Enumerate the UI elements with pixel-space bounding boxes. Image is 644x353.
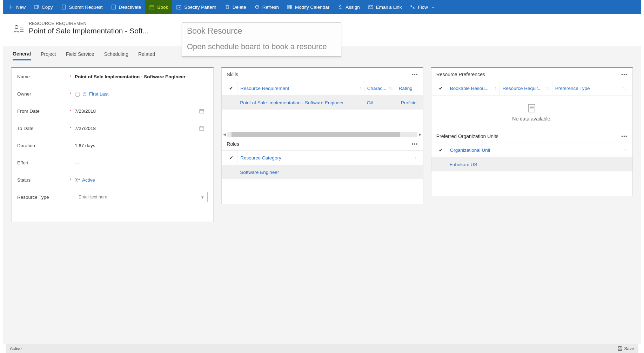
deactivate-icon (111, 5, 116, 9)
svg-rect-12 (200, 110, 204, 113)
roles-row-category[interactable]: Software Engineer (237, 170, 419, 175)
more-icon[interactable]: ••• (621, 133, 628, 139)
svg-rect-1 (62, 5, 66, 9)
trash-icon (225, 5, 230, 9)
name-value[interactable]: Point of Sale Implementation - Software … (75, 74, 186, 79)
save-icon (618, 346, 622, 351)
specify-label: Specify Pattern (184, 5, 216, 10)
calendar-icon[interactable] (199, 126, 204, 131)
check-icon[interactable]: ✔ (225, 155, 237, 161)
required-marker: * (70, 92, 75, 96)
skills-col-characteristic[interactable]: Charac...↑↓ (364, 81, 396, 95)
from-value[interactable]: 7/23/2018 (75, 109, 96, 114)
tab-related[interactable]: Related (138, 48, 155, 60)
restype-combo[interactable]: Enter text here ▾ (75, 192, 208, 202)
check-icon[interactable]: ✔ (435, 147, 447, 153)
svg-rect-13 (200, 127, 204, 130)
circle-icon: ◯ (75, 91, 80, 97)
skills-col-rating[interactable]: Rating (396, 81, 420, 95)
record-type-icon (13, 23, 25, 35)
divider (26, 346, 26, 351)
effort-value[interactable]: --- (75, 160, 80, 165)
orgu-title: Preferred Organization Units (436, 133, 498, 139)
skills-scrollbar[interactable]: ◀ ▶ (222, 131, 423, 138)
field-duration: Duration 1.67 days (17, 137, 208, 154)
duration-value[interactable]: 1.67 days (75, 143, 95, 148)
prefs-title: Resource Preferences (436, 72, 485, 77)
roles-col-category[interactable]: Resource Category↑ (237, 151, 419, 165)
more-icon[interactable]: ••• (621, 72, 628, 77)
assign-label: Assign (346, 5, 360, 10)
svg-rect-18 (619, 349, 621, 351)
orgu-grid-header: ✔ Organizational Unit↑ (431, 143, 632, 157)
plus-icon (8, 5, 13, 9)
orgu-row-unit[interactable]: Fabrikam US (447, 162, 480, 167)
prefs-col-resource[interactable]: Bookable Resou...↑ (447, 81, 499, 95)
svg-point-11 (84, 92, 86, 94)
orgu-col-unit[interactable]: Organizational Unit↑ (447, 143, 629, 157)
prefs-col-type[interactable]: Preference Type↑↓ (552, 81, 629, 95)
from-label: From Date (17, 109, 70, 114)
tooltip-subtitle: Open schedule board to book a resource (187, 42, 336, 51)
skills-row-req[interactable]: Point of Sale Implementation - Software … (237, 100, 364, 105)
tab-project[interactable]: Project (41, 48, 56, 60)
assign-button[interactable]: Assign (334, 0, 364, 14)
scroll-left-icon[interactable]: ◀ (222, 132, 227, 136)
prefs-grid-header: ✔ Bookable Resou...↑ Resource Requir...↑… (431, 81, 632, 96)
owner-value[interactable]: First Last (89, 91, 109, 97)
skills-col-requirement[interactable]: Resource Requirement↑ (237, 81, 364, 95)
svg-point-14 (76, 178, 78, 180)
person-check-icon (75, 177, 80, 182)
save-button[interactable]: Save (618, 346, 635, 351)
roles-row[interactable]: Software Engineer (222, 165, 423, 179)
scroll-thumb[interactable] (232, 132, 400, 137)
required-marker: * (70, 74, 75, 79)
mail-icon (368, 5, 373, 9)
required-marker: * (70, 126, 75, 130)
sort-icon: ↑↓ (545, 86, 549, 91)
svg-rect-15 (529, 104, 535, 112)
specify-button[interactable]: Specify Pattern (172, 0, 221, 14)
more-icon[interactable]: ••• (412, 141, 418, 147)
skills-card: Skills ••• ✔ Resource Requirement↑ Chara… (221, 67, 423, 204)
delete-button[interactable]: Delete (221, 0, 250, 14)
status-value[interactable]: Active (82, 177, 95, 183)
record-title: Point of Sale Implementation - Soft... (29, 27, 149, 35)
copy-button[interactable]: Copy (30, 0, 57, 14)
to-label: To Date (17, 126, 70, 131)
tab-scheduling[interactable]: Scheduling (104, 48, 128, 60)
command-bar: New Copy Submit Request Deactivate Book … (3, 0, 641, 14)
skills-grid-header: ✔ Resource Requirement↑ Charac...↑↓ Rati… (222, 81, 423, 96)
check-icon[interactable]: ✔ (435, 85, 447, 91)
owner-label: Owner (17, 91, 70, 97)
resource-preferences-card: Resource Preferences ••• ✔ Bookable Reso… (431, 67, 633, 196)
more-icon[interactable]: ••• (412, 72, 418, 77)
scroll-right-icon[interactable]: ▶ (417, 132, 423, 136)
email-button[interactable]: Email a Link (364, 0, 406, 14)
field-owner: Owner * ◯ First Last (17, 85, 208, 103)
skills-row[interactable]: Point of Sale Implementation - Software … (222, 96, 423, 110)
tab-general[interactable]: General (13, 47, 31, 60)
prefs-col-req[interactable]: Resource Requir...↑↓ (499, 81, 552, 95)
general-card: Name * Point of Sale Implementation - So… (11, 67, 214, 222)
duration-label: Duration (17, 143, 70, 148)
person-icon (338, 5, 343, 9)
flow-button[interactable]: Flow ▾ (406, 0, 438, 14)
calendar-icon[interactable] (199, 109, 204, 113)
record-type-label: RESOURCE REQUIREMENT (29, 21, 149, 26)
modify-calendar-button[interactable]: Modify Calendar (283, 0, 334, 14)
new-button[interactable]: New (4, 0, 30, 14)
check-icon[interactable]: ✔ (225, 85, 237, 91)
sort-icon: ↑↓ (622, 86, 626, 91)
skills-title: Skills (227, 72, 238, 77)
skills-row-char[interactable]: C# (364, 100, 396, 105)
book-button[interactable]: Book (145, 0, 172, 14)
to-value[interactable]: 7/27/2018 (75, 126, 96, 131)
refresh-button[interactable]: Refresh (250, 0, 283, 14)
tab-field-service[interactable]: Field Service (66, 48, 94, 60)
deactivate-button[interactable]: Deactivate (107, 0, 146, 14)
svg-point-10 (15, 26, 18, 29)
submit-button[interactable]: Submit Request (57, 0, 107, 14)
orgu-row[interactable]: Fabrikam US (431, 157, 632, 171)
skills-row-rating[interactable]: Proficie (396, 100, 420, 105)
